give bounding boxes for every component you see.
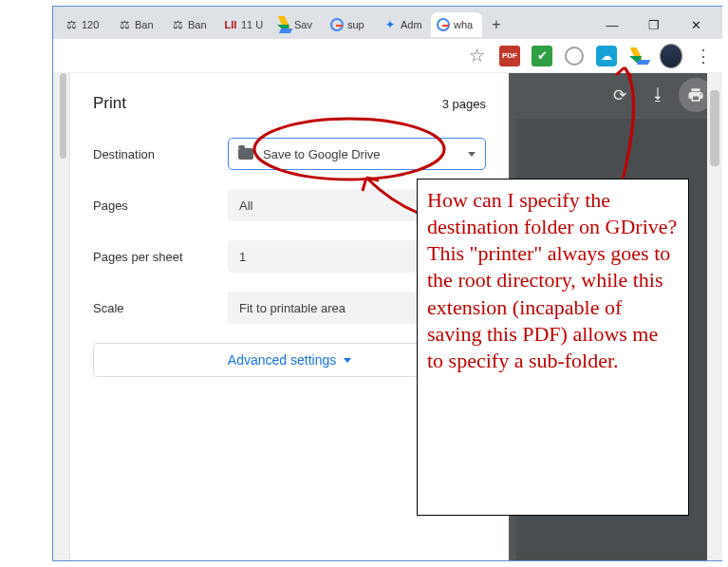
advanced-settings-label: Advanced settings <box>228 352 336 368</box>
pages-per-sheet-label: Pages per sheet <box>93 250 216 264</box>
page-count: 3 pages <box>442 97 486 111</box>
google-g-icon <box>330 18 344 31</box>
left-scrollbar[interactable] <box>53 73 70 560</box>
annotation-text: How can I specify the destination folder… <box>427 188 677 372</box>
reload-preview-button[interactable]: ⟳ <box>603 78 637 112</box>
toolbar: ☆ PDF ✔ ☁ ⋮ <box>53 39 722 73</box>
pages-value: All <box>239 198 252 213</box>
chevron-down-icon <box>344 358 351 363</box>
checkmark-extension-icon[interactable]: ✔ <box>531 45 553 67</box>
tab-0[interactable]: ⚖ 120 <box>59 12 110 37</box>
tab-label: 120 <box>82 19 99 30</box>
google-g-icon <box>437 18 450 31</box>
tab-label: 11 U <box>241 19 263 30</box>
chevron-down-icon <box>468 152 476 157</box>
google-drive-icon <box>277 18 290 31</box>
tab-2[interactable]: ⚖ Ban <box>165 12 216 37</box>
minimize-button[interactable]: — <box>591 11 633 38</box>
scale-value: Fit to printable area <box>239 301 345 315</box>
print-title: Print <box>93 94 126 113</box>
admin-icon: ✦ <box>383 18 397 31</box>
destination-value: Save to Google Drive <box>263 147 381 161</box>
destination-dropdown[interactable]: Save to Google Drive <box>228 138 486 170</box>
scale-label: Scale <box>93 301 216 315</box>
lii-icon: LII <box>224 18 237 31</box>
window-controls: — ❐ ✕ <box>591 11 717 38</box>
drive-folder-icon <box>238 148 253 160</box>
scales-icon: ⚖ <box>118 18 131 31</box>
maximize-button[interactable]: ❐ <box>633 11 675 38</box>
close-button[interactable]: ✕ <box>675 11 717 38</box>
download-button[interactable]: ⭳ <box>641 78 675 112</box>
tab-label: Ban <box>188 19 207 30</box>
bookmark-star-icon[interactable]: ☆ <box>469 45 485 66</box>
destination-label: Destination <box>93 147 216 161</box>
tab-3[interactable]: LII 11 U <box>218 12 270 37</box>
tab-label: Adm <box>401 19 422 30</box>
cloud-extension-icon[interactable]: ☁ <box>595 45 618 67</box>
save-to-drive-extension-icon[interactable] <box>627 45 650 67</box>
tab-5[interactable]: sup <box>325 12 376 37</box>
scales-icon: ⚖ <box>65 18 78 31</box>
tab-label: wha <box>454 19 473 30</box>
preview-toolbar: ⟳ ⭳ <box>509 73 722 117</box>
pdf-extension-icon[interactable]: PDF <box>498 45 521 67</box>
tab-label: sup <box>347 19 364 30</box>
scales-icon: ⚖ <box>171 18 184 31</box>
printer-icon <box>687 86 704 104</box>
tab-7[interactable]: wha <box>431 12 482 37</box>
annotation-textbox: How can I specify the destination folder… <box>417 179 689 516</box>
tab-4[interactable]: Sav <box>271 12 323 37</box>
pages-per-sheet-value: 1 <box>239 250 246 264</box>
tab-1[interactable]: ⚖ Ban <box>112 12 163 37</box>
swirl-extension-icon[interactable] <box>563 45 586 67</box>
preview-scrollbar[interactable] <box>707 73 722 560</box>
tab-label: Sav <box>294 19 312 30</box>
profile-avatar[interactable] <box>660 45 682 67</box>
scrollbar-thumb[interactable] <box>710 90 719 166</box>
pages-label: Pages <box>93 198 216 213</box>
tab-6[interactable]: ✦ Adm <box>378 12 429 37</box>
chrome-menu-button[interactable]: ⋮ <box>692 45 715 67</box>
new-tab-button[interactable]: + <box>484 12 509 37</box>
tab-strip: ⚖ 120 ⚖ Ban ⚖ Ban LII 11 U Sav sup <box>53 7 722 39</box>
tab-label: Ban <box>135 19 154 30</box>
